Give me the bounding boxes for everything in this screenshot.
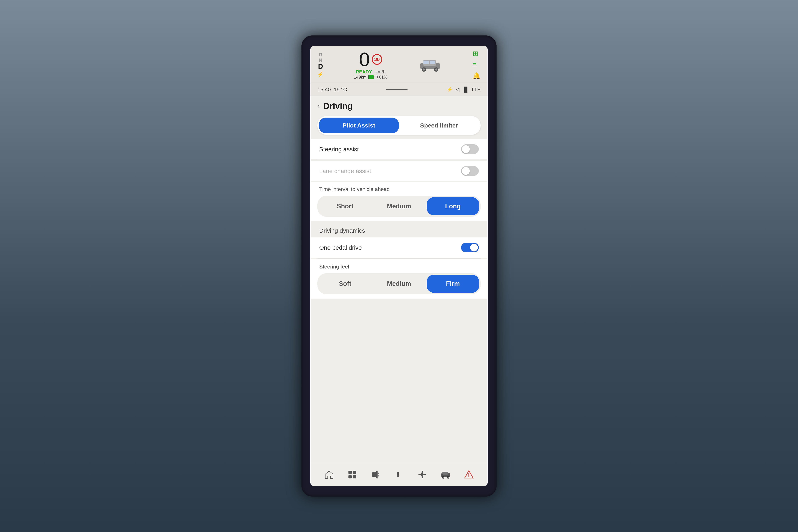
driving-dynamics-label: Driving dynamics — [310, 222, 488, 237]
steering-firm-button[interactable]: Firm — [427, 275, 479, 293]
svg-rect-7 — [430, 61, 435, 64]
car-icon — [418, 56, 442, 74]
svg-rect-6 — [423, 61, 429, 64]
nav-bar: ‹ Driving — [310, 96, 488, 114]
connectivity-icons: ⚡ ◁ ▐▌ LTE — [447, 87, 480, 92]
tablet-device: R N D ⚡ 0 30 READY km/h — [302, 36, 496, 496]
tab-pilot-assist[interactable]: Pilot Assist — [319, 118, 399, 133]
svg-point-19 — [443, 477, 444, 478]
bluetooth-icon: ⚡ — [447, 87, 453, 92]
wifi-icon: ◁ — [456, 87, 459, 92]
bottom-spacer — [310, 299, 488, 306]
speed-limit-badge: 30 — [372, 54, 382, 65]
svg-rect-12 — [372, 472, 374, 477]
svg-text:🌡: 🌡 — [395, 471, 402, 479]
nav-alerts[interactable] — [460, 468, 478, 482]
nav-fan[interactable] — [413, 468, 431, 482]
svg-rect-11 — [353, 475, 356, 478]
bottom-nav-bar: 🌡 — [310, 463, 488, 486]
beam-icon: ≡ — [473, 61, 480, 69]
nav-media[interactable] — [367, 468, 385, 482]
nav-apps[interactable] — [343, 468, 361, 482]
speed-unit: km/h — [375, 69, 385, 75]
battery-info: 149km 61% — [354, 75, 387, 80]
one-pedal-drive-toggle[interactable] — [461, 243, 479, 252]
tablet-screen: R N D ⚡ 0 30 READY km/h — [310, 46, 488, 486]
back-button[interactable]: ‹ — [318, 102, 320, 110]
nav-car-settings[interactable] — [437, 468, 455, 482]
steering-feel-label: Steering feel — [318, 264, 480, 270]
gear-display: R N D — [318, 52, 323, 70]
time-interval-container: Time interval to vehicle ahead Short Med… — [310, 182, 488, 221]
time-medium-button[interactable]: Medium — [373, 197, 425, 215]
header-icons-right: ⊞ ≡ 🔔 — [473, 50, 480, 80]
climate-icon: 🌡 — [394, 469, 404, 480]
time-interval-label: Time interval to vehicle ahead — [318, 186, 480, 192]
lane-change-assist-row: Lane change assist — [310, 161, 488, 181]
tab-speed-limiter[interactable]: Speed limiter — [399, 118, 479, 133]
svg-rect-10 — [348, 475, 352, 478]
car-header: R N D ⚡ 0 30 READY km/h — [310, 46, 488, 83]
system-bar: 15:40 19 °C ⚡ ◁ ▐▌ LTE — [310, 83, 488, 96]
warning-triangle-icon — [463, 469, 474, 480]
page-title: Driving — [323, 101, 353, 111]
time-short-button[interactable]: Short — [319, 197, 371, 215]
svg-point-14 — [421, 473, 424, 476]
svg-rect-9 — [353, 471, 356, 474]
home-icon — [324, 469, 335, 480]
steering-assist-row: Steering assist — [310, 139, 488, 159]
time-interval-options: Short Medium Long — [318, 196, 480, 217]
svg-rect-16 — [442, 472, 448, 475]
speed-display: 0 30 READY km/h 149km 61% — [354, 50, 387, 80]
nav-home[interactable] — [320, 468, 338, 482]
nav-climate[interactable]: 🌡 — [390, 468, 408, 482]
tab-container: Pilot Assist Speed limiter — [318, 116, 480, 135]
car-icon-area — [418, 56, 442, 74]
steering-assist-toggle[interactable] — [461, 144, 479, 154]
svg-point-5 — [435, 69, 437, 71]
headlight-icon: ⊞ — [473, 50, 480, 57]
warning-icon: 🔔 — [473, 72, 480, 80]
time-long-button[interactable]: Long — [427, 197, 479, 215]
svg-point-22 — [468, 476, 469, 477]
network-label: LTE — [472, 87, 480, 92]
steering-medium-button[interactable]: Medium — [373, 275, 425, 293]
tab-row: Pilot Assist Speed limiter — [310, 114, 488, 138]
time-temperature: 15:40 19 °C — [318, 87, 347, 93]
signal-bars-icon: ▐▌ — [462, 87, 469, 92]
ev-lightning-icon: ⚡ — [318, 71, 324, 77]
svg-rect-8 — [348, 471, 352, 474]
steering-assist-label: Steering assist — [319, 146, 359, 153]
svg-point-3 — [423, 69, 425, 71]
speed-value: 0 — [359, 50, 370, 69]
steering-feel-options: Soft Medium Firm — [318, 273, 480, 294]
speaker-icon — [370, 469, 381, 480]
one-pedal-drive-row: One pedal drive — [310, 238, 488, 258]
car-settings-icon — [440, 469, 451, 480]
lane-change-assist-toggle[interactable] — [461, 166, 479, 176]
one-pedal-drive-label: One pedal drive — [319, 244, 362, 251]
main-content: ‹ Driving Pilot Assist Speed limiter Ste… — [310, 96, 488, 463]
grid-icon — [347, 469, 358, 480]
ready-status: READY — [356, 69, 372, 75]
gear-d: D — [318, 63, 323, 70]
lane-change-assist-label: Lane change assist — [319, 168, 371, 174]
steering-feel-container: Steering feel Soft Medium Firm — [310, 259, 488, 299]
fan-icon — [417, 469, 428, 480]
steering-soft-button[interactable]: Soft — [319, 275, 371, 293]
gear-n: N — [319, 58, 322, 63]
svg-point-20 — [448, 477, 449, 478]
divider-1 — [318, 160, 480, 160]
gear-r: R — [319, 52, 322, 58]
